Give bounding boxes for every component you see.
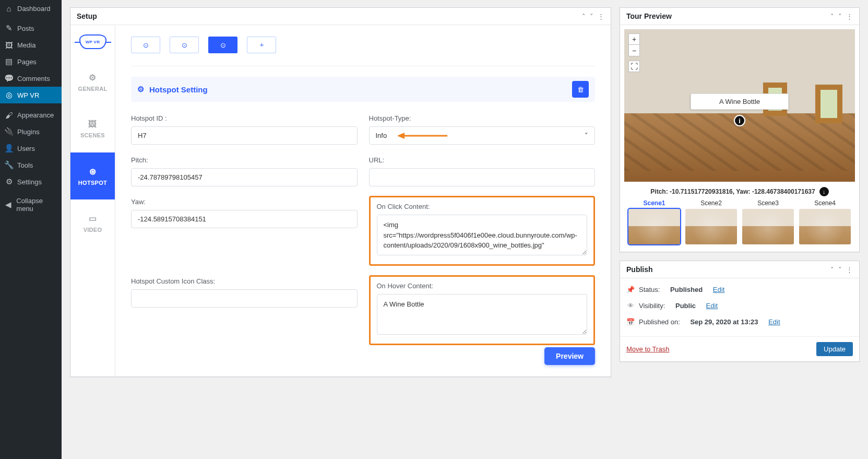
move-to-trash-link[interactable]: Move to Trash (626, 345, 669, 353)
trash-icon: 🗑 (577, 86, 584, 93)
edit-status-link[interactable]: Edit (713, 286, 724, 293)
menu-icon: ⌂ (4, 4, 14, 13)
hotspot-marker[interactable]: A Wine Bottle i (734, 115, 745, 126)
panel-dots-icon[interactable]: ⋮ (598, 13, 604, 20)
wp-sidebar-item-media[interactable]: 🖾Media (0, 37, 62, 53)
wp-sidebar-item-tools[interactable]: 🔧Tools (0, 157, 62, 173)
menu-label: Tools (17, 161, 33, 169)
download-icon[interactable]: ↓ (819, 187, 829, 196)
delete-hotspot-button[interactable]: 🗑 (572, 81, 589, 98)
publish-date-row: 📅 Published on: Sep 29, 2020 at 13:23 Ed… (626, 314, 853, 330)
wp-sidebar-item-pages[interactable]: ▤Pages (0, 53, 62, 70)
preview-button[interactable]: Preview (544, 347, 595, 365)
edit-visibility-link[interactable]: Edit (706, 302, 718, 310)
textarea-on-click[interactable] (377, 215, 588, 255)
label-on-hover: On Hover Content: (377, 282, 588, 290)
label-on-click: On Click Content: (377, 203, 588, 210)
tab-hotspot[interactable]: ⊛HOTSPOT (70, 152, 115, 199)
update-button[interactable]: Update (816, 342, 853, 356)
field-hotspot-id: Hotspot ID : (131, 114, 358, 145)
field-hotspot-type: Hotspot-Type: Info ˅ (369, 114, 596, 145)
zoom-in-button[interactable]: + (628, 33, 640, 45)
tab-video[interactable]: ▭VIDEO (70, 199, 115, 246)
menu-icon: ✎ (4, 23, 14, 33)
menu-label: Comments (17, 75, 50, 83)
menu-icon: 🖾 (4, 40, 14, 50)
label-hotspot-id: Hotspot ID : (131, 114, 358, 122)
menu-icon: 🖌 (4, 110, 14, 120)
hotspot-subtab-3[interactable]: ⊙ (208, 37, 237, 53)
menu-label: Plugins (17, 128, 40, 136)
select-hotspot-type[interactable]: Info ˅ (369, 126, 596, 145)
setup-title: Setup (77, 12, 97, 20)
menu-icon: ▤ (4, 57, 14, 66)
wp-sidebar-item-plugins[interactable]: 🔌Plugins (0, 123, 62, 140)
menu-label: Collapse menu (16, 197, 57, 213)
textarea-on-hover[interactable] (377, 294, 588, 335)
panel-dots-icon[interactable]: ⋮ (846, 266, 853, 274)
hotspot-subtab-add[interactable]: ＋ (247, 37, 276, 53)
hotspot-tooltip: A Wine Bottle (691, 93, 789, 110)
wp-sidebar-item-settings[interactable]: ⚙Settings (0, 173, 62, 190)
hotspot-subtabs: ⊙ ⊙ ⊙ ＋ (131, 37, 595, 53)
input-yaw[interactable] (131, 210, 358, 228)
menu-icon: 💬 (4, 74, 14, 83)
decor-window (815, 85, 842, 123)
menu-label: Pages (17, 58, 37, 66)
label-url: URL: (369, 156, 596, 164)
hotspot-setting-title: Hotspot Setting (149, 85, 208, 94)
menu-label: WP VR (17, 91, 39, 99)
panel-up-icon[interactable]: ˄ (582, 13, 586, 20)
wp-sidebar-item-users[interactable]: 👤Users (0, 140, 62, 157)
panel-up-icon[interactable]: ˄ (830, 266, 834, 274)
menu-icon: 🔧 (4, 160, 14, 170)
tab-general[interactable]: ⚙GENERAL (70, 58, 115, 105)
field-pitch: Pitch: (131, 156, 358, 186)
input-pitch[interactable] (131, 168, 358, 186)
tab-scenes[interactable]: 🖼SCENES (70, 105, 115, 152)
field-yaw: Yaw: (131, 198, 358, 266)
publish-visibility-row: 👁 Visibility: Public Edit (626, 298, 853, 314)
edit-date-link[interactable]: Edit (768, 318, 780, 326)
scene-item-4[interactable]: Scene4 (799, 199, 851, 244)
wpvr-logo-tab[interactable]: WP VR (70, 25, 115, 58)
scene-item-3[interactable]: Scene3 (742, 199, 794, 244)
scene-thumbnails: Scene1 Scene2 Scene3 Scene4 (624, 199, 855, 250)
wp-sidebar-item-appearance[interactable]: 🖌Appearance (0, 107, 62, 123)
setup-panel-header: Setup ˄ ˅ ⋮ (70, 8, 611, 25)
menu-icon: ◎ (4, 90, 14, 100)
zoom-out-button[interactable]: − (628, 45, 640, 56)
hotspot-subtab-1[interactable]: ⊙ (131, 37, 160, 53)
panel-down-icon[interactable]: ˅ (838, 13, 842, 20)
panel-down-icon[interactable]: ˅ (590, 13, 593, 20)
input-hotspot-id[interactable] (131, 126, 358, 145)
svg-marker-1 (397, 133, 405, 139)
wp-sidebar-item-comments[interactable]: 💬Comments (0, 70, 62, 87)
wp-sidebar-item-wp-vr[interactable]: ◎WP VR (0, 87, 62, 103)
field-custom-icon: Hotspot Custom Icon Class: (131, 277, 358, 345)
label-custom-icon: Hotspot Custom Icon Class: (131, 277, 358, 285)
panel-up-icon[interactable]: ˄ (830, 13, 834, 20)
scene-item-2[interactable]: Scene2 (685, 199, 737, 244)
gear-icon: ⚙ (89, 73, 96, 83)
publish-panel: Publish ˄ ˅ ⋮ 📌 Status: Published Edit 👁… (620, 261, 860, 362)
input-custom-icon[interactable] (131, 289, 358, 308)
label-pitch: Pitch: (131, 156, 358, 164)
panel-dots-icon[interactable]: ⋮ (846, 13, 853, 20)
menu-label: Settings (17, 178, 42, 186)
setup-vertical-tabs: WP VR ⚙GENERAL 🖼SCENES ⊛HOTSPOT ▭VIDEO (70, 25, 115, 376)
fullscreen-button[interactable]: ⛶ (628, 61, 640, 72)
input-url[interactable] (369, 168, 596, 186)
pin-icon: 📌 (626, 286, 635, 293)
wp-sidebar-item-posts[interactable]: ✎Posts (0, 20, 62, 37)
panel-down-icon[interactable]: ˅ (838, 266, 842, 274)
menu-label: Appearance (17, 111, 54, 119)
wp-admin-sidebar: ⌂Dashboard✎Posts🖾Media▤Pages💬Comments◎WP… (0, 0, 62, 384)
panorama-viewer[interactable]: + − ⛶ A Wine Bottle i (624, 29, 855, 182)
publish-status-row: 📌 Status: Published Edit (626, 281, 853, 298)
wp-sidebar-item-collapse-menu[interactable]: ◀Collapse menu (0, 193, 62, 216)
annotation-arrow (397, 132, 447, 139)
wp-sidebar-item-dashboard[interactable]: ⌂Dashboard (0, 0, 62, 17)
hotspot-subtab-2[interactable]: ⊙ (170, 37, 199, 53)
scene-item-1[interactable]: Scene1 (628, 199, 680, 244)
